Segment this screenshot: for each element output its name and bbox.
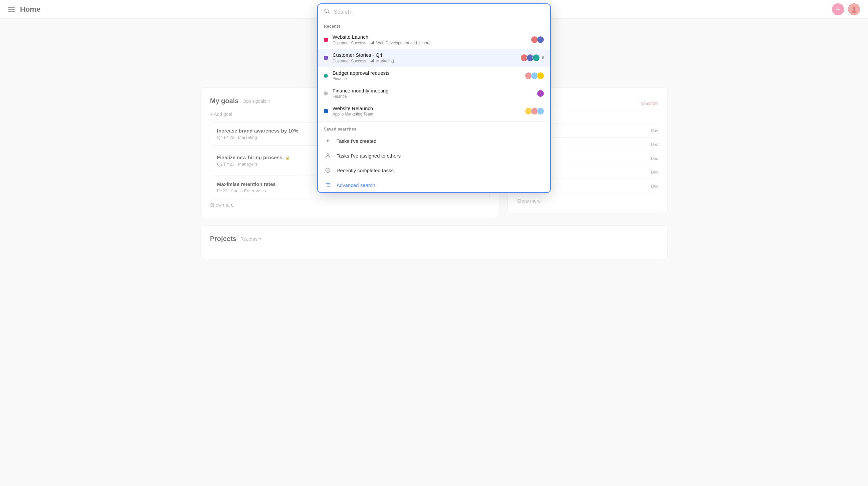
avatar (537, 107, 544, 115)
search-input-row (318, 4, 550, 20)
chevron-down-icon: ▾ (259, 237, 261, 241)
page-title: Home (20, 5, 40, 14)
lock-icon: 🔒 (285, 155, 290, 160)
svg-point-2 (325, 9, 329, 13)
topbar-left: Home (8, 5, 40, 14)
result-sub: Customer Success · Marketing (333, 58, 517, 63)
result-name: Customer Stories - Q4 (333, 52, 517, 58)
svg-point-1 (851, 10, 856, 13)
result-color-dot (324, 56, 328, 60)
advanced-search-item[interactable]: Advanced search (318, 177, 550, 192)
menu-icon[interactable] (8, 6, 15, 13)
divider (318, 121, 550, 122)
result-color-dot (324, 92, 328, 95)
projects-card: Projects Recents ▾ (200, 225, 668, 259)
search-result-website-launch[interactable]: Website Launch Customer Success · Web De… (318, 31, 550, 49)
result-name: Budget approval requests (333, 70, 522, 76)
search-result-finance-meeting[interactable]: Finance monthly meeting Finance (318, 85, 550, 102)
search-dropdown: Recents Website Launch Customer Success … (317, 3, 551, 193)
result-color-dot (324, 38, 328, 42)
saved-label: Tasks I've created (337, 138, 377, 144)
result-color-dot (324, 109, 328, 113)
search-result-website-relaunch[interactable]: Website Relaunch Apollo Marketing Team (318, 102, 550, 120)
result-color-dot (324, 74, 328, 78)
show-more-goals[interactable]: Show more (210, 202, 490, 207)
saved-searches-label: Saved searches (318, 123, 550, 133)
avatar[interactable] (848, 3, 860, 15)
result-avatars (526, 107, 544, 115)
saved-search-created[interactable]: ✦ Tasks I've created (318, 133, 550, 148)
search-result-customer-stories[interactable]: Customer Stories - Q4 Customer Success ·… (318, 49, 550, 67)
card-title: My goals (210, 97, 239, 105)
result-avatars (532, 36, 544, 43)
svg-point-0 (852, 7, 855, 10)
chevron-down-icon: ▾ (269, 99, 270, 103)
svg-line-3 (328, 12, 330, 14)
saved-label: Tasks I've assigned to others (337, 153, 401, 159)
search-input[interactable] (334, 9, 544, 15)
bar-chart-icon (370, 40, 375, 45)
result-sub: Finance (333, 76, 522, 81)
show-more-tasks[interactable]: Show more (517, 198, 658, 204)
avatar (537, 90, 544, 97)
avatar (532, 54, 540, 61)
saved-search-completed[interactable]: Recently completed tasks (318, 163, 550, 177)
avatar (537, 36, 544, 43)
advanced-search-label: Advanced search (337, 182, 375, 188)
topbar-right: + (832, 3, 860, 15)
result-sub: Customer Success · Web Development and 1… (333, 40, 527, 45)
avatar (537, 72, 544, 79)
avatar-count: 6 (542, 56, 544, 60)
recents-label: Recents (318, 20, 550, 31)
result-avatars (538, 90, 544, 97)
svg-point-4 (327, 154, 329, 156)
result-sub: Apollo Marketing Team (333, 112, 522, 117)
circle-check-icon (324, 166, 332, 174)
goals-filter[interactable]: Open goals ▾ (243, 98, 271, 104)
projects-filter[interactable]: Recents ▾ (240, 236, 261, 242)
search-result-budget[interactable]: Budget approval requests Finance (318, 67, 550, 85)
result-avatars (526, 72, 544, 79)
result-avatars: 6 (522, 54, 544, 61)
projects-section: Projects Recents ▾ (200, 225, 668, 259)
saved-search-assigned[interactable]: Tasks I've assigned to others (318, 148, 550, 163)
person-icon (324, 152, 332, 160)
sparkle-icon: ✦ (324, 137, 332, 145)
lines-icon (324, 181, 332, 189)
result-name: Finance monthly meeting (333, 88, 533, 94)
result-name: Website Launch (333, 34, 527, 40)
search-icon (324, 8, 330, 16)
result-sub: Finance (333, 94, 533, 99)
bar-chart-icon (370, 58, 375, 63)
projects-card-header: Projects Recents ▾ (210, 235, 658, 243)
saved-label: Recently completed tasks (337, 168, 394, 173)
result-name: Website Relaunch (333, 105, 522, 111)
add-button[interactable]: + (832, 3, 844, 15)
projects-title: Projects (210, 235, 236, 243)
